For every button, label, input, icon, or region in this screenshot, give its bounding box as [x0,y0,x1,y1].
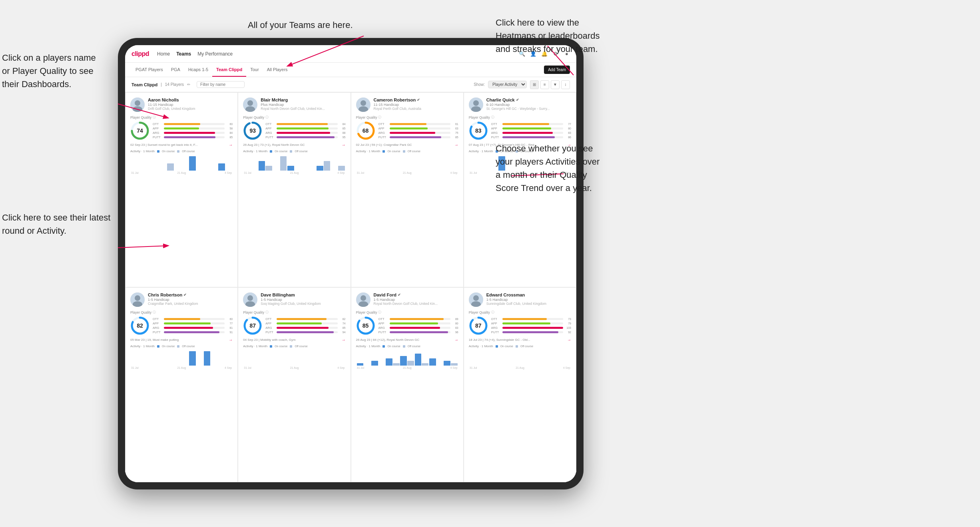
quality-content[interactable]: 87 OTT 82 APP 74 ARG [243,316,345,335]
on-course-label: On course [162,345,175,348]
player-name[interactable]: Aaron Nicholls [148,97,233,102]
player-name[interactable]: Blair McHarg [261,97,345,102]
quality-circle[interactable]: 93 [243,121,262,140]
tab-pgat[interactable]: PGAT Players [131,63,167,77]
tab-team-clippd[interactable]: Team Clippd [212,63,246,77]
latest-round[interactable]: 02 Jul 23 | 59 (+1): Craigmillar Park GC… [356,143,458,147]
on-course-bar [218,163,225,171]
player-name[interactable]: Chris Robertson ✔ [148,292,233,297]
latest-round[interactable]: 05 Mar 23 | 19, Must make putting → [130,338,233,342]
player-handicap: 11-15 Handicap [148,103,233,107]
latest-round-arrow[interactable]: → [454,338,458,342]
latest-round-arrow[interactable]: → [567,338,571,342]
quality-bar-fill [277,318,327,320]
player-name[interactable]: Edward Crossman [486,292,571,297]
player-handicap: 6-10 Handicap [486,103,571,107]
quality-circle[interactable]: 87 [469,316,488,335]
nav-my-performance[interactable]: My Performance [197,51,233,57]
add-team-button[interactable]: Add Team [544,66,570,74]
quality-circle[interactable]: 74 [130,121,149,140]
player-card[interactable]: Dave Billingham 1-5 Handicap Soq Magiing… [238,287,351,482]
player-info: Cameron Robertson ✔ 11-15 Handicap Royal… [374,97,458,111]
tab-pga[interactable]: PGA [167,63,184,77]
tab-hcaps[interactable]: Hcaps 1-5 [184,63,212,77]
quality-circle[interactable]: 85 [356,316,375,335]
quality-circle[interactable]: 68 [356,121,375,140]
player-club: Soq Magiing Golf Club, United Kingdom [261,302,345,306]
latest-round[interactable]: 04 Sep 23 | Mobility with coach, Gym → [243,338,345,342]
player-name[interactable]: Cameron Robertson ✔ [374,97,458,102]
latest-round-arrow[interactable]: → [229,143,233,147]
player-avatar [356,292,370,307]
activity-label: Activity · 1 Month On course Off course [243,344,345,348]
quality-content[interactable]: 74 OTT 60 APP 58 ARG [130,121,233,140]
quality-bar-bg [390,132,450,134]
tab-all-players[interactable]: All Players [263,63,292,77]
quality-content[interactable]: 83 OTT 77 APP 80 ARG [469,121,571,140]
activity-section: Activity · 1 Month On course Off course [130,344,233,371]
latest-round-arrow[interactable]: → [342,338,346,342]
quality-info-icon: ⓘ [378,310,381,314]
quality-bar-label: ARG [378,131,388,135]
latest-round[interactable]: 26 Aug 23 | 73 (+1), Royal North Devon G… [243,143,345,147]
latest-round-text: 26 Aug 23 | 84 (+12), Royal North Devon … [356,338,420,342]
quality-bar-label: PUTT [491,135,501,139]
off-course-bar [265,166,272,171]
quality-bar-label: APP [491,127,501,130]
edit-icon[interactable]: ✏ [187,82,190,87]
nav-teams[interactable]: Teams [176,51,191,57]
quality-bar-row: ARG 88 [265,131,345,135]
chart-label: 4 Sep [225,171,232,174]
team-count: 14 Players [165,82,184,87]
player-card[interactable]: Edward Crossman 1-5 Handicap Sunningdale… [464,287,576,482]
player-card[interactable]: Cameron Robertson ✔ 11-15 Handicap Royal… [351,92,464,287]
on-course-bar [317,166,323,171]
latest-round[interactable]: 02 Sep 23 | Sunset round to get back int… [130,143,233,147]
quality-label: Player Quality ⓘ [243,310,345,314]
quality-circle[interactable]: 82 [130,316,149,335]
latest-round-arrow[interactable]: → [229,338,233,342]
quality-content[interactable]: 68 OTT 61 APP 63 ARG [356,121,458,140]
latest-round-text: 04 Sep 23 | Mobility with coach, Gym [243,338,295,342]
player-avatar [243,97,257,112]
quality-bar-val: 84 [226,131,233,134]
activity-chart: 31 Jul21 Aug4 Sep [243,350,345,371]
quality-bar-label: OTT [265,122,275,126]
activity-section: Activity · 1 Month On course Off course [130,149,233,176]
latest-round-arrow[interactable]: → [342,143,346,147]
quality-bar-val: 80 [452,322,458,325]
nav-home[interactable]: Home [157,51,170,57]
player-name[interactable]: Charlie Quick ✔ [486,97,571,102]
player-info: Chris Robertson ✔ 1-5 Handicap Craigmill… [148,292,233,306]
list-view-button[interactable]: ≡ [540,80,549,89]
off-course-dot [290,150,292,153]
on-course-label: On course [275,150,287,153]
quality-content[interactable]: 93 OTT 84 APP 85 ARG [243,121,345,140]
show-select[interactable]: Player Activity Quality Trend [488,81,527,88]
tab-tour[interactable]: Tour [246,63,263,77]
latest-round-arrow[interactable]: → [454,143,458,147]
quality-circle[interactable]: 87 [243,316,262,335]
player-card[interactable]: Aaron Nicholls 11-15 Handicap Drift Golf… [125,92,238,287]
player-card[interactable]: Blair McHarg Plus Handicap Royal North D… [238,92,351,287]
player-name[interactable]: Dave Billingham [261,292,345,297]
filter-input[interactable] [197,81,245,88]
quality-bars: OTT 77 APP 80 ARG 83 PU [491,122,571,139]
sort-button[interactable]: ↕ [561,80,570,89]
quality-content[interactable]: 87 OTT 73 APP 79 ARG [469,316,571,335]
player-name[interactable]: David Ford ✔ [374,292,458,297]
latest-round[interactable]: 18 Jul 23 | 74 (+4), Sunningdale GC - Ol… [469,338,571,342]
filter-button[interactable]: ▼ [551,80,560,89]
player-card[interactable]: David Ford ✔ 1-5 Handicap Royal North De… [351,287,464,482]
quality-content[interactable]: 82 OTT 60 APP 77 ARG [130,316,233,335]
quality-bar-bg [502,127,563,129]
quality-circle[interactable]: 83 [469,121,488,140]
quality-content[interactable]: 85 OTT 89 APP 80 ARG [356,316,458,335]
quality-bar-fill [390,318,444,320]
quality-bar-bg [277,123,337,125]
latest-round[interactable]: 26 Aug 23 | 84 (+12), Royal North Devon … [356,338,458,342]
off-course-bar [422,363,428,366]
player-avatar [356,97,370,112]
grid-view-button[interactable]: ⊞ [530,80,539,89]
player-card[interactable]: Chris Robertson ✔ 1-5 Handicap Craigmill… [125,287,238,482]
